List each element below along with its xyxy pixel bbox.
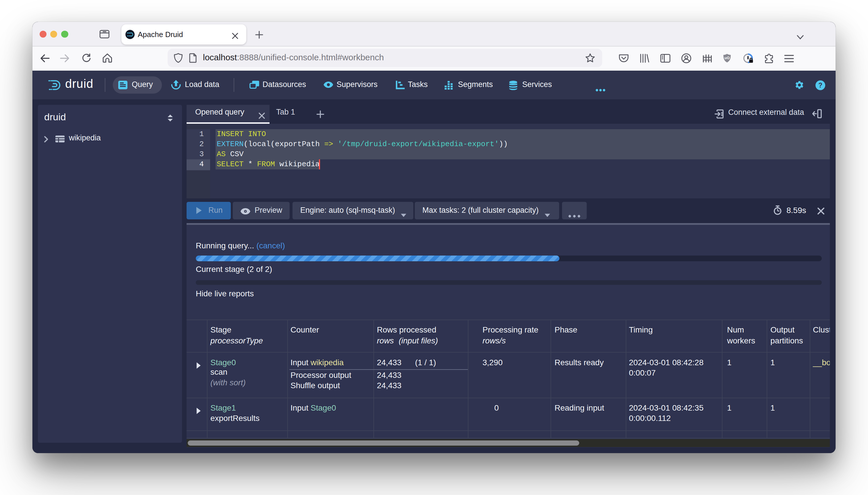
svg-text:uO: uO — [725, 56, 730, 60]
svg-text:?: ? — [818, 82, 822, 89]
